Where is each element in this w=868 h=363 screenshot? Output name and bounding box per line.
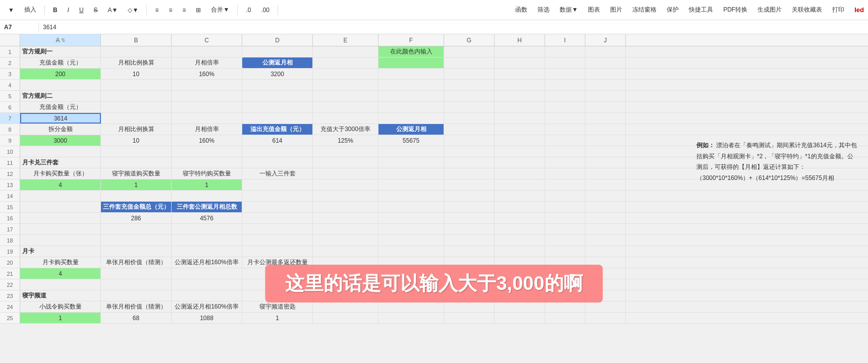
cell-b16[interactable]: 286 (101, 213, 172, 223)
decimal-inc-btn[interactable]: .00 (257, 5, 274, 15)
cell-e25[interactable] (313, 313, 378, 323)
cell-h15[interactable] (495, 202, 545, 212)
row-num-21[interactable]: 21 (0, 268, 20, 279)
cell-b25[interactable]: 68 (101, 313, 172, 323)
cell-d9[interactable]: 614 (242, 135, 313, 146)
cell-a6[interactable]: 充值金额（元） (20, 102, 101, 112)
cell-c1[interactable] (172, 46, 242, 57)
cell-h6[interactable] (495, 102, 545, 112)
row-num-12[interactable]: 12 (0, 168, 20, 179)
cell-c19[interactable] (172, 246, 242, 257)
cell-a11[interactable]: 月卡兑三件套 (20, 157, 101, 168)
cell-d8[interactable]: 溢出充值金额（元） (242, 124, 313, 135)
cell-i12[interactable] (545, 168, 585, 179)
col-header-c[interactable]: C (172, 34, 242, 46)
pin-btn[interactable]: ▼ (4, 5, 18, 15)
cell-j16[interactable] (585, 213, 626, 223)
cell-b14[interactable] (101, 191, 172, 201)
cell-a23[interactable]: 寝宇频道 (20, 290, 101, 301)
cell-e11[interactable] (313, 157, 378, 168)
align-center-btn[interactable]: ≡ (165, 5, 176, 15)
row-num-2[interactable]: 2 (0, 57, 20, 68)
row-num-1[interactable]: 1 (0, 46, 20, 57)
row-num-19[interactable]: 19 (0, 246, 20, 257)
cell-d15[interactable] (242, 202, 313, 212)
cell-j5[interactable] (585, 91, 626, 101)
cell-c23[interactable] (172, 290, 242, 301)
cell-a24[interactable]: 小战令购买数量 (20, 301, 101, 312)
cell-e9[interactable]: 125% (313, 135, 378, 146)
cell-d5[interactable] (242, 91, 313, 101)
cell-j19[interactable] (585, 246, 626, 257)
cell-b12[interactable]: 寝宇频道购买数量 (101, 168, 172, 179)
cell-c3[interactable]: 160% (172, 69, 242, 79)
cell-j9[interactable] (585, 135, 626, 146)
cell-c10[interactable] (172, 146, 242, 157)
cell-j11[interactable] (585, 157, 626, 168)
cell-g6[interactable] (444, 102, 495, 112)
cell-i18[interactable] (545, 235, 585, 246)
font-color-btn[interactable]: A▼ (104, 5, 122, 15)
cell-b15[interactable]: 三件套充值金额总（元） (101, 202, 172, 212)
insert-btn[interactable]: 插入 (20, 4, 40, 16)
row-num-4[interactable]: 4 (0, 80, 20, 90)
cell-i6[interactable] (545, 102, 585, 112)
cell-i13[interactable] (545, 179, 585, 190)
cell-h2[interactable] (495, 57, 545, 68)
cell-a10[interactable] (20, 146, 101, 157)
cell-b10[interactable] (101, 146, 172, 157)
cell-h17[interactable] (495, 224, 545, 234)
cell-b17[interactable] (101, 224, 172, 234)
cell-b13[interactable]: 1 (101, 179, 172, 190)
cell-i2[interactable] (545, 57, 585, 68)
cell-e5[interactable] (313, 91, 378, 101)
cell-h14[interactable] (495, 191, 545, 201)
row-num-23[interactable]: 23 (0, 290, 20, 301)
cell-i8[interactable] (545, 124, 585, 135)
cell-f24[interactable] (378, 301, 444, 312)
cell-f5[interactable] (378, 91, 444, 101)
data-btn[interactable]: 数据▼ (556, 4, 582, 16)
cell-g14[interactable] (444, 191, 495, 201)
cell-a15[interactable] (20, 202, 101, 212)
cell-d24[interactable]: 寝宇频道密匙 (242, 301, 313, 312)
cell-g19[interactable] (444, 246, 495, 257)
quick-tool-btn[interactable]: 快捷工具 (685, 4, 717, 16)
underline-btn[interactable]: U (75, 5, 88, 15)
cell-g13[interactable] (444, 179, 495, 190)
row-num-5[interactable]: 5 (0, 91, 20, 101)
cell-h7[interactable] (495, 113, 545, 124)
cell-c13[interactable]: 1 (172, 179, 242, 190)
cell-d1[interactable] (242, 46, 313, 57)
cell-c21[interactable] (172, 268, 242, 279)
cell-a22[interactable] (20, 279, 101, 290)
col-header-e[interactable]: E (313, 34, 378, 46)
cell-c8[interactable]: 月相倍率 (172, 124, 242, 135)
cell-f13[interactable] (378, 179, 444, 190)
cell-a18[interactable] (20, 235, 101, 246)
cell-h4[interactable] (495, 80, 545, 90)
cell-g8[interactable] (444, 124, 495, 135)
cell-c11[interactable] (172, 157, 242, 168)
cell-c20[interactable]: 公测返还月相160%倍率 (172, 257, 242, 268)
col-header-j[interactable]: J (585, 34, 626, 46)
cell-b20[interactable]: 单张月相价值（猜测） (101, 257, 172, 268)
cell-e13[interactable] (313, 179, 378, 190)
cell-i25[interactable] (545, 313, 585, 323)
cell-c6[interactable] (172, 102, 242, 112)
cell-g3[interactable] (444, 69, 495, 79)
cell-i24[interactable] (545, 301, 585, 312)
cell-g16[interactable] (444, 213, 495, 223)
cell-j17[interactable] (585, 224, 626, 234)
cell-d7[interactable] (242, 113, 313, 124)
cell-e2[interactable] (313, 57, 378, 68)
cell-e4[interactable] (313, 80, 378, 90)
pdf-btn[interactable]: PDF转换 (719, 4, 751, 16)
cell-g4[interactable] (444, 80, 495, 90)
cell-j2[interactable] (585, 57, 626, 68)
cell-e24[interactable] (313, 301, 378, 312)
cell-f14[interactable] (378, 191, 444, 201)
cell-a9[interactable]: 3000 (20, 135, 101, 146)
cell-g24[interactable] (444, 301, 495, 312)
cell-a14[interactable] (20, 191, 101, 201)
